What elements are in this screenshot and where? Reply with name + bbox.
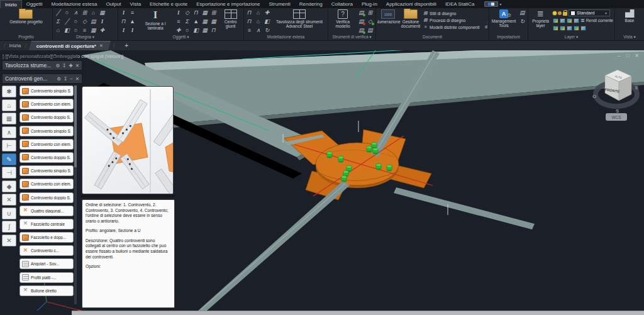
proprieta-layer-button[interactable]: ≣ Proprietà layer	[530, 9, 552, 29]
check-tool-icon[interactable]	[366, 18, 374, 26]
object-tool-icon[interactable]	[183, 18, 191, 26]
bolt[interactable]	[341, 175, 347, 182]
modeling-tool-icon[interactable]	[254, 9, 262, 17]
tool-palette-titlebar[interactable]: Tavolozza strume... ⚙ ↧ ✚ ✕	[2, 60, 82, 70]
menu-item-rendering[interactable]: Rendering	[295, 0, 327, 8]
layer-tool-icon[interactable]	[553, 26, 558, 31]
object-tool-icon[interactable]	[174, 27, 182, 35]
modeling-tool-icon[interactable]	[263, 18, 271, 26]
draw-tool-icon[interactable]	[72, 18, 80, 26]
grating-tool-icon[interactable]	[201, 9, 209, 17]
bolt[interactable]	[376, 163, 381, 170]
draw-tool-icon[interactable]	[89, 9, 97, 17]
minimize-icon[interactable]: −	[70, 76, 72, 82]
grating-tool-icon[interactable]	[201, 18, 209, 26]
layer-tool-icon[interactable]	[574, 26, 579, 31]
tab-controventi-di-copertura[interactable]: controventi di copertura* ✕	[29, 41, 111, 50]
menu-item-inizio[interactable]: Inizio	[0, 0, 22, 8]
draw-tool-icon[interactable]	[89, 18, 97, 26]
modeling-tool-icon[interactable]	[263, 9, 271, 17]
grating-tool-icon[interactable]	[201, 27, 209, 35]
palette-tab-icon[interactable]: ∪	[2, 207, 16, 219]
panel-divider[interactable]	[80, 195, 175, 197]
menu-item-plugin[interactable]: Plug-in	[357, 0, 382, 8]
object-tool-icon[interactable]	[209, 18, 218, 26]
chevron-down-icon[interactable]: ▾	[500, 0, 502, 8]
modeling-tool-icon[interactable]	[245, 9, 253, 17]
draw-tool-icon[interactable]	[63, 9, 71, 17]
crea-distinte-button[interactable]: Crea distinte	[481, 9, 487, 30]
controventi-palette-titlebar[interactable]: Controventi gen... ⚙ ↧ − ✕	[2, 74, 82, 84]
layer-on-icon[interactable]	[553, 11, 557, 15]
gear-icon[interactable]: ⚙	[55, 63, 60, 69]
modeling-tool-icon[interactable]	[245, 18, 253, 26]
object-tool-icon[interactable]	[174, 9, 182, 17]
close-icon[interactable]: ✕	[75, 76, 79, 82]
restore-icon[interactable]: □	[626, 53, 629, 58]
layer-tool-icon[interactable]	[560, 18, 565, 23]
layer-tool-icon[interactable]	[574, 18, 579, 23]
draw-tool-icon[interactable]	[54, 27, 62, 35]
menu-item-vista[interactable]: Vista	[125, 0, 145, 8]
menu-item-collabora[interactable]: Collabora	[327, 0, 357, 8]
stili-di-disegno-button[interactable]: Stili di disegno	[423, 10, 480, 17]
sezione-laminata-button[interactable]: I Sezione a I laminata	[138, 9, 173, 31]
check-tool-icon[interactable]	[357, 27, 365, 35]
centro-giunti-button[interactable]: Centro giunti	[219, 9, 242, 30]
beam-tool-icon[interactable]	[119, 27, 128, 35]
draw-tool-icon[interactable]	[98, 27, 106, 35]
palette-item[interactable]: Controvento con elem...	[19, 99, 74, 109]
bolt[interactable]	[338, 156, 343, 162]
gestione-progetto-button[interactable]: Gestione progetto	[8, 9, 43, 25]
tab-close-icon[interactable]: ✕	[99, 43, 103, 48]
menu-item-esportazione[interactable]: Esportazione e importazione	[192, 0, 264, 8]
object-tool-icon[interactable]	[183, 27, 191, 35]
modeling-tool-icon[interactable]	[254, 18, 262, 26]
layer-tool-icon[interactable]	[567, 26, 572, 31]
layer-tool-icon[interactable]	[553, 18, 558, 23]
draw-tool-icon[interactable]	[80, 27, 89, 35]
palette-tab-icon[interactable]: ✕	[2, 235, 16, 246]
object-tool-icon[interactable]	[209, 27, 218, 35]
beam-tool-icon[interactable]	[119, 9, 128, 17]
verifica-modello-button[interactable]: ? Verifica modello	[330, 9, 356, 30]
bolt[interactable]	[373, 148, 378, 154]
palette-tab-icon[interactable]: ◆	[2, 180, 16, 192]
object-tool-icon[interactable]	[192, 18, 200, 26]
gear-icon[interactable]: ⚙	[57, 76, 61, 82]
draw-tool-icon[interactable]	[54, 9, 62, 17]
palette-item[interactable]: Bullone diretto	[19, 285, 74, 296]
draw-tool-icon[interactable]	[72, 9, 80, 17]
draw-tool-icon[interactable]	[80, 18, 89, 26]
palette-item[interactable]: Profili piatti -...	[19, 272, 74, 283]
layer-tool-icon[interactable]	[567, 18, 572, 23]
layer-tool-icon[interactable]	[580, 26, 586, 31]
modeling-tool-icon[interactable]	[245, 27, 253, 35]
menu-item-modellazione-estesa[interactable]: Modellazione estesa	[47, 0, 101, 8]
check-tool-icon[interactable]	[366, 27, 374, 35]
palette-item[interactable]: Controvento c...	[19, 245, 74, 256]
beam-tool-icon[interactable]	[128, 9, 136, 17]
draw-tool-icon[interactable]	[98, 18, 106, 26]
modelli-distinte-button[interactable]: Modelli distinte componenti	[423, 24, 480, 31]
workspace-switcher[interactable]	[484, 1, 498, 7]
layer-freeze-icon[interactable]	[558, 11, 562, 15]
check-tool-icon[interactable]	[357, 9, 365, 17]
object-tool-icon[interactable]	[192, 9, 200, 17]
object-tool-icon[interactable]	[209, 9, 218, 17]
bolt[interactable]	[367, 146, 372, 152]
rendi-corrente-label[interactable]: Rendi corrente	[586, 18, 613, 23]
palette-item[interactable]: Fazzoletto centrale	[19, 219, 74, 229]
menu-item-oggetti[interactable]: Oggetti	[22, 0, 47, 8]
palette-tab-icon[interactable]: ✕	[2, 194, 16, 206]
modeling-tool-icon[interactable]	[254, 27, 262, 35]
tavolozza-strumenti-button[interactable]: Tavolozza degli strumenti Advance Steel	[272, 9, 326, 30]
palette-item[interactable]: Controvento singolo S...	[19, 165, 74, 176]
palette-item[interactable]: Controvento doppio S...	[19, 192, 74, 203]
menu-item-etichette[interactable]: Etichette e quote	[145, 0, 192, 8]
gestione-documenti-button[interactable]: Gestione documenti	[400, 9, 421, 30]
palette-tab-icon[interactable]: ∫	[2, 221, 16, 233]
palette-item[interactable]: Angolari - Sov...	[19, 258, 74, 269]
draw-tool-icon[interactable]	[72, 27, 80, 35]
draw-tool-icon[interactable]	[89, 27, 97, 35]
